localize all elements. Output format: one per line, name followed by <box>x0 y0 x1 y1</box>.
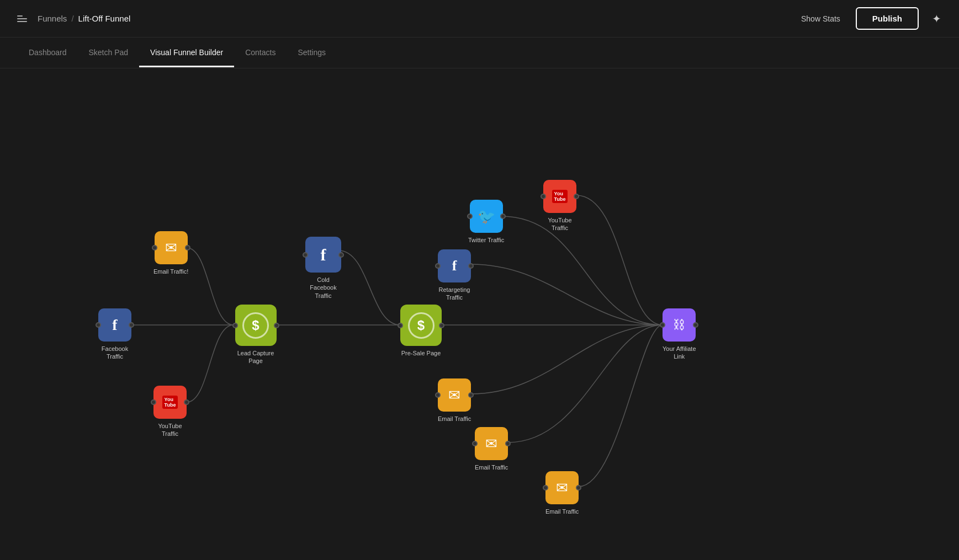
publish-button[interactable]: Publish <box>856 7 919 30</box>
node-box-pre-sale-page: $ <box>400 305 442 346</box>
tab-settings[interactable]: Settings <box>287 39 337 67</box>
connector-right <box>574 194 579 199</box>
connector-left <box>398 323 403 328</box>
youtube-badge-top: YouTube <box>552 190 568 203</box>
node-label-pre-sale-page: Pre-Sale Page <box>401 349 441 357</box>
sidebar-toggle-icon <box>17 15 27 22</box>
node-label-email-traffic-3: Email Traffic <box>475 463 508 471</box>
node-retargeting-traffic[interactable]: f RetargetingTraffic <box>438 249 471 302</box>
dollar-circle-lead-capture: $ <box>242 312 269 339</box>
node-email-traffic-2[interactable]: ✉ Email Traffic <box>438 378 471 423</box>
funnel-canvas: ✉ Email Traffic! f Facebook Traffic YouT… <box>0 68 959 560</box>
connector-right <box>500 214 506 219</box>
facebook-icon: f <box>112 316 117 334</box>
node-email-traffic-3[interactable]: ✉ Email Traffic <box>475 427 508 471</box>
email-icon: ✉ <box>165 239 177 257</box>
affiliate-link-icon: ⛓ <box>673 318 685 332</box>
connector-right <box>274 323 279 328</box>
connector-right <box>693 322 698 328</box>
node-box-email-traffic-3: ✉ <box>475 427 508 460</box>
sparkle-button[interactable]: ✦ <box>928 10 946 28</box>
connector-right <box>129 322 134 328</box>
node-label-youtube-traffic-top: YouTubeTraffic <box>548 216 571 232</box>
node-box-facebook-traffic: f <box>98 308 131 342</box>
node-label-facebook-traffic: Facebook Traffic <box>93 345 137 361</box>
header-right: Show Stats Publish ✦ <box>794 7 946 30</box>
breadcrumb: Funnels / Lift-Off Funnel <box>38 14 130 23</box>
node-pre-sale-page[interactable]: $ Pre-Sale Page <box>400 305 442 357</box>
node-label-youtube-traffic-left: YouTubeTraffic <box>158 422 182 438</box>
node-box-email-traffic-1: ✉ <box>155 231 188 264</box>
tab-dashboard[interactable]: Dashboard <box>18 39 78 67</box>
node-email-traffic-4[interactable]: ✉ Email Traffic <box>545 471 579 515</box>
breadcrumb-separator: / <box>71 14 73 23</box>
connector-right <box>576 485 581 490</box>
connections-svg <box>0 68 959 560</box>
breadcrumb-parent[interactable]: Funnels <box>38 14 67 23</box>
facebook-icon-retargeting: f <box>452 258 457 274</box>
node-label-lead-capture-page: Lead Capture Page <box>234 349 278 365</box>
node-box-cold-facebook-traffic: f <box>305 237 341 273</box>
connector-right <box>338 252 344 258</box>
node-label-email-traffic-2: Email Traffic <box>438 415 471 423</box>
sidebar-toggle-button[interactable] <box>13 10 31 28</box>
tab-sketch-pad[interactable]: Sketch Pad <box>78 39 140 67</box>
connector-left <box>543 485 548 490</box>
node-box-youtube-traffic-top: YouTube <box>543 180 576 213</box>
connector-left <box>96 322 101 328</box>
node-label-retargeting-traffic: RetargetingTraffic <box>439 286 470 302</box>
connector-left <box>541 194 546 199</box>
youtube-badge: YouTube <box>162 396 178 409</box>
node-cold-facebook-traffic[interactable]: f ColdFacebookTraffic <box>305 237 341 300</box>
tabs-bar: Dashboard Sketch Pad Visual Funnel Build… <box>0 38 959 68</box>
node-label-your-affiliate-link: Your AffiliateLink <box>663 345 696 361</box>
node-youtube-traffic-left[interactable]: YouTube YouTubeTraffic <box>153 386 187 438</box>
node-box-twitter-traffic: 🐦 <box>470 200 503 233</box>
connector-left <box>472 441 478 446</box>
connector-left <box>232 323 238 328</box>
connector-right <box>184 399 189 405</box>
connector-right <box>185 245 190 250</box>
connector-left <box>152 245 157 250</box>
connector-left <box>435 392 441 398</box>
connector-left <box>435 263 441 269</box>
header-left: Funnels / Lift-Off Funnel <box>13 10 130 28</box>
facebook-icon-cold: f <box>321 246 326 264</box>
node-youtube-traffic-top[interactable]: YouTube YouTubeTraffic <box>543 180 576 232</box>
node-lead-capture-page[interactable]: $ Lead Capture Page <box>234 305 278 365</box>
dollar-circle-pre-sale: $ <box>408 312 435 339</box>
tab-visual-funnel-builder[interactable]: Visual Funnel Builder <box>139 39 234 67</box>
breadcrumb-current: Lift-Off Funnel <box>78 14 131 23</box>
node-box-your-affiliate-link: ⛓ <box>663 308 696 342</box>
node-label-twitter-traffic: Twitter Traffic <box>468 236 504 244</box>
node-label-email-traffic-1: Email Traffic! <box>153 268 188 275</box>
node-box-retargeting-traffic: f <box>438 249 471 282</box>
connector-left <box>151 399 156 405</box>
connector-left <box>303 252 308 258</box>
connector-right <box>505 441 511 446</box>
connector-left <box>660 322 665 328</box>
connector-right <box>439 323 444 328</box>
node-label-cold-facebook-traffic: ColdFacebookTraffic <box>310 276 336 300</box>
show-stats-button[interactable]: Show Stats <box>794 10 847 28</box>
node-box-youtube-traffic-left: YouTube <box>153 386 187 419</box>
tab-contacts[interactable]: Contacts <box>234 39 287 67</box>
connector-left <box>467 214 473 219</box>
node-your-affiliate-link[interactable]: ⛓ Your AffiliateLink <box>663 308 696 361</box>
node-box-email-traffic-2: ✉ <box>438 378 471 412</box>
header: Funnels / Lift-Off Funnel Show Stats Pub… <box>0 0 959 38</box>
connector-right <box>468 392 474 398</box>
email-icon-3: ✉ <box>485 435 497 452</box>
node-label-email-traffic-4: Email Traffic <box>545 508 579 515</box>
node-box-email-traffic-4: ✉ <box>545 471 579 504</box>
email-icon-2: ✉ <box>448 387 460 404</box>
node-twitter-traffic[interactable]: 🐦 Twitter Traffic <box>468 200 504 244</box>
node-email-traffic-1[interactable]: ✉ Email Traffic! <box>153 231 188 275</box>
node-facebook-traffic[interactable]: f Facebook Traffic <box>93 308 137 361</box>
twitter-icon: 🐦 <box>478 208 495 225</box>
email-icon-4: ✉ <box>556 479 568 497</box>
node-box-lead-capture-page: $ <box>235 305 277 346</box>
connector-right <box>468 263 474 269</box>
